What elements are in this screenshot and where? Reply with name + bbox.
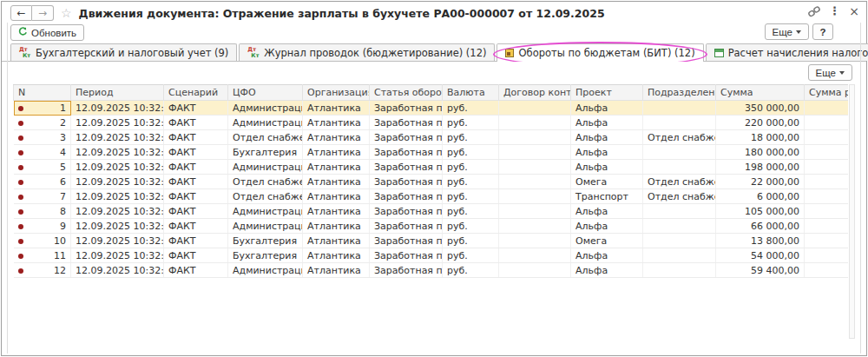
column-header[interactable]: Сценарий [164, 85, 228, 101]
table-row[interactable]: 312.09.2025 10:32:15ФАКТОтдел снабженияА… [14, 130, 849, 145]
cell-project[interactable]: Альфа [571, 160, 643, 175]
cell-n[interactable]: 11 [14, 248, 71, 263]
help-button[interactable]: ? [812, 23, 833, 40]
cell-cfo[interactable]: Администрация [228, 219, 303, 234]
cell-n[interactable]: 12 [14, 263, 71, 278]
cell-project[interactable]: Альфа [571, 145, 643, 160]
cell-sum_regl[interactable] [805, 204, 849, 219]
cell-sum_regl[interactable] [805, 219, 849, 234]
link-icon[interactable] [808, 6, 820, 17]
cell-project[interactable]: Омега [571, 234, 643, 248]
cell-item[interactable]: Заработная плата [370, 189, 443, 204]
cell-scenario[interactable]: ФАКТ [164, 234, 228, 248]
cell-item[interactable]: Заработная плата [370, 130, 443, 145]
cell-period[interactable]: 12.09.2025 10:32:15 [71, 145, 164, 160]
cell-item[interactable]: Заработная плата [370, 175, 443, 189]
cell-sum_regl[interactable] [805, 116, 849, 130]
cell-sum[interactable]: 220 000,00 [716, 116, 805, 130]
column-header[interactable]: Проект [571, 85, 643, 101]
cell-sum_regl[interactable] [805, 101, 849, 116]
cell-division[interactable] [643, 145, 716, 160]
table-row[interactable]: 612.09.2025 10:32:15ФАКТОтдел снабженияА… [14, 175, 849, 189]
column-header[interactable]: Валюта [443, 85, 499, 101]
cell-item[interactable]: Заработная плата ... [370, 204, 443, 219]
cell-currency[interactable]: руб. [443, 189, 499, 204]
cell-period[interactable]: 12.09.2025 10:32:15 [71, 219, 164, 234]
cell-period[interactable]: 12.09.2025 10:32:15 [71, 263, 164, 278]
cell-division[interactable] [643, 219, 716, 234]
cell-sum_regl[interactable] [805, 130, 849, 145]
cell-contract[interactable] [499, 145, 571, 160]
cell-period[interactable]: 12.09.2025 10:32:15 [71, 189, 164, 204]
cell-currency[interactable]: руб. [443, 175, 499, 189]
cell-project[interactable]: Альфа [571, 116, 643, 130]
cell-project[interactable]: Альфа [571, 248, 643, 263]
table-row[interactable]: 212.09.2025 10:32:15ФАКТАдминистрацияАтл… [14, 116, 849, 130]
cell-org[interactable]: Атлантика [303, 219, 370, 234]
cell-sum[interactable]: 198 000,00 [716, 160, 805, 175]
cell-contract[interactable] [499, 101, 571, 116]
cell-scenario[interactable]: ФАКТ [164, 101, 228, 116]
cell-cfo[interactable]: Администрация [228, 116, 303, 130]
cell-contract[interactable] [499, 189, 571, 204]
cell-n[interactable]: 8 [14, 204, 71, 219]
cell-division[interactable] [643, 204, 716, 219]
cell-cfo[interactable]: Отдел снабжения [228, 130, 303, 145]
cell-item[interactable]: Заработная плата ... [370, 116, 443, 130]
cell-n[interactable]: 7 [14, 189, 71, 204]
cell-period[interactable]: 12.09.2025 10:32:15 [71, 248, 164, 263]
cell-currency[interactable]: руб. [443, 263, 499, 278]
cell-currency[interactable]: руб. [443, 219, 499, 234]
cell-item[interactable]: Заработная плата ... [370, 248, 443, 263]
table-row[interactable]: 1012.09.2025 10:32:15ФАКТБухгалтерияАтла… [14, 234, 849, 248]
cell-scenario[interactable]: ФАКТ [164, 130, 228, 145]
cell-project[interactable]: Альфа [571, 204, 643, 219]
column-header[interactable]: Сумма регл. [805, 85, 849, 101]
cell-n[interactable]: 4 [14, 145, 71, 160]
cell-project[interactable]: Транспорт [571, 189, 643, 204]
cell-period[interactable]: 12.09.2025 10:32:15 [71, 101, 164, 116]
cell-sum_regl[interactable] [805, 189, 849, 204]
cell-sum_regl[interactable] [805, 234, 849, 248]
cell-division[interactable] [643, 116, 716, 130]
tab-3[interactable]: Обороты по бюджетам (БИТ) (12) [496, 43, 703, 62]
cell-item[interactable]: Заработная плата [370, 234, 443, 248]
cell-sum[interactable]: 350 000,00 [716, 101, 805, 116]
cell-sum_regl[interactable] [805, 160, 849, 175]
tab-2[interactable]: ДтКтЖурнал проводок (бюджетирование) (12… [239, 43, 495, 61]
cell-period[interactable]: 12.09.2025 10:32:15 [71, 175, 164, 189]
cell-currency[interactable]: руб. [443, 234, 499, 248]
cell-contract[interactable] [499, 234, 571, 248]
cell-division[interactable]: Отдел снабжения [643, 130, 716, 145]
cell-contract[interactable] [499, 219, 571, 234]
column-header[interactable]: Статья оборотов [370, 85, 443, 101]
window-more-button[interactable]: Еще [765, 23, 809, 40]
cell-contract[interactable] [499, 116, 571, 130]
cell-division[interactable] [643, 101, 716, 116]
cell-scenario[interactable]: ФАКТ [164, 204, 228, 219]
cell-cfo[interactable]: Бухгалтерия [228, 145, 303, 160]
table-row[interactable]: 812.09.2025 10:32:15ФАКТАдминистрацияАтл… [14, 204, 849, 219]
column-header[interactable]: Период [71, 85, 164, 101]
cell-contract[interactable] [499, 175, 571, 189]
column-header[interactable]: ЦФО [228, 85, 303, 101]
cell-n[interactable]: 1 [14, 101, 71, 116]
cell-cfo[interactable]: Отдел снабжения [228, 175, 303, 189]
table-row[interactable]: 912.09.2025 10:32:15ФАКТАдминистрацияАтл… [14, 219, 849, 234]
cell-item[interactable]: Заработная плата ... [370, 263, 443, 278]
forward-button[interactable]: → [32, 5, 54, 21]
cell-org[interactable]: Атлантика [303, 130, 370, 145]
cell-org[interactable]: Атлантика [303, 263, 370, 278]
cell-scenario[interactable]: ФАКТ [164, 175, 228, 189]
column-header[interactable]: Подразделение [643, 85, 716, 101]
cell-period[interactable]: 12.09.2025 10:32:15 [71, 234, 164, 248]
cell-scenario[interactable]: ФАКТ [164, 219, 228, 234]
cell-cfo[interactable]: Отдел снабжения [228, 189, 303, 204]
cell-period[interactable]: 12.09.2025 10:32:15 [71, 160, 164, 175]
refresh-button[interactable]: Обновить [10, 24, 84, 41]
cell-sum[interactable]: 66 000,00 [716, 219, 805, 234]
cell-sum[interactable]: 22 000,00 [716, 175, 805, 189]
cell-contract[interactable] [499, 160, 571, 175]
cell-org[interactable]: Атлантика [303, 101, 370, 116]
table-row[interactable]: 512.09.2025 10:32:15ФАКТАдминистрацияАтл… [14, 160, 849, 175]
